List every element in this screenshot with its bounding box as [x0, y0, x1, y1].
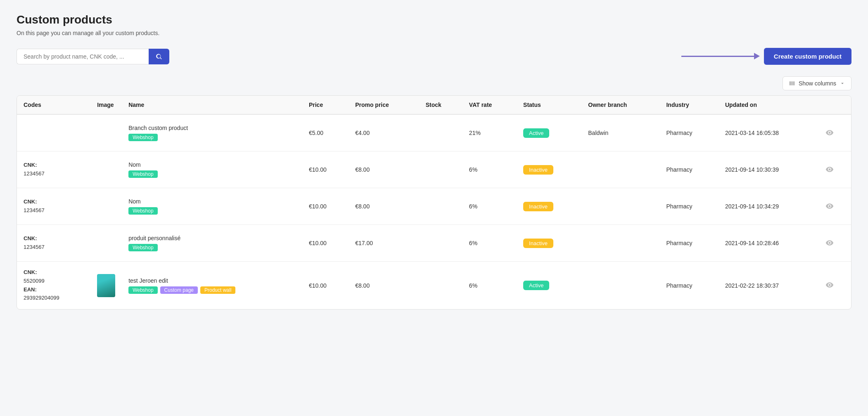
create-custom-product-button[interactable]: Create custom product [764, 48, 851, 65]
row3-owner-branch [581, 188, 659, 225]
row2-stock [419, 151, 462, 188]
col-header-status: Status [517, 96, 581, 114]
row4-status: Inactive [517, 225, 581, 262]
product-thumbnail [97, 274, 115, 297]
row2-image [90, 151, 122, 188]
chevron-down-icon [840, 80, 845, 86]
table-row: Branch custom product Webshop €5.00 €4.0… [17, 114, 851, 151]
col-header-owner-branch: Owner branch [581, 96, 659, 114]
show-columns-button[interactable]: Show columns [783, 76, 851, 90]
row3-action[interactable] [819, 188, 851, 225]
col-header-vat-rate: VAT rate [462, 96, 517, 114]
view-icon[interactable] [825, 241, 834, 248]
row1-status: Active [517, 114, 581, 151]
row4-price: €10.00 [302, 225, 349, 262]
row3-updated-on: 2021-09-14 10:34:29 [719, 188, 819, 225]
view-icon[interactable] [825, 284, 834, 290]
tag-webshop: Webshop [128, 244, 157, 251]
row2-product-name: Nom [128, 161, 296, 168]
row4-image [90, 225, 122, 262]
tag-webshop: Webshop [128, 207, 157, 215]
row1-promo-price: €4.00 [349, 114, 419, 151]
row2-tags: Webshop [128, 170, 296, 178]
tag-custom-page: Custom page [160, 286, 198, 294]
status-badge-inactive: Inactive [523, 165, 553, 175]
row3-industry: Pharmacy [659, 188, 719, 225]
row4-action[interactable] [819, 225, 851, 262]
status-badge-inactive: Inactive [523, 202, 553, 211]
right-toolbar: Create custom product [681, 48, 851, 65]
col-header-price: Price [302, 96, 349, 114]
col-header-promo-price: Promo price [349, 96, 419, 114]
row1-owner-branch: Baldwin [581, 114, 659, 151]
row4-codes: CNK:1234567 [17, 225, 90, 262]
row3-vat-rate: 6% [462, 188, 517, 225]
status-badge-inactive: Inactive [523, 239, 553, 248]
search-input[interactable] [17, 49, 149, 64]
status-badge-active: Active [523, 128, 549, 138]
tag-webshop: Webshop [128, 286, 157, 294]
col-header-industry: Industry [659, 96, 719, 114]
row3-codes: CNK:1234567 [17, 188, 90, 225]
view-icon[interactable] [825, 131, 834, 138]
row1-action[interactable] [819, 114, 851, 151]
page-subtitle: On this page you can manage all your cus… [17, 30, 851, 36]
table-row: CNK:1234567 Nom Webshop €10.00 €8.00 6% … [17, 188, 851, 225]
view-icon[interactable] [825, 205, 834, 211]
row1-image [90, 114, 122, 151]
row1-vat-rate: 21% [462, 114, 517, 151]
row4-stock [419, 225, 462, 262]
row5-tags: Webshop Custom page Product wall [128, 286, 296, 294]
col-header-actions [819, 96, 851, 114]
row3-image [90, 188, 122, 225]
row4-vat-rate: 6% [462, 225, 517, 262]
show-columns-bar: Show columns [17, 76, 851, 90]
view-icon[interactable] [825, 168, 834, 175]
row2-codes: CNK:1234567 [17, 151, 90, 188]
row2-status: Inactive [517, 151, 581, 188]
row5-price: €10.00 [302, 262, 349, 310]
row2-price: €10.00 [302, 151, 349, 188]
row5-name: test Jeroen edit Webshop Custom page Pro… [122, 262, 302, 310]
row1-product-name: Branch custom product [128, 125, 296, 131]
status-badge-active: Active [523, 281, 549, 290]
row4-promo-price: €17.00 [349, 225, 419, 262]
row3-product-name: Nom [128, 198, 296, 205]
row5-vat-rate: 6% [462, 262, 517, 310]
tag-webshop: Webshop [128, 134, 157, 141]
row1-price: €5.00 [302, 114, 349, 151]
row1-tags: Webshop [128, 134, 296, 141]
toolbar: Create custom product [17, 48, 851, 65]
row3-promo-price: €8.00 [349, 188, 419, 225]
row4-industry: Pharmacy [659, 225, 719, 262]
tag-product-wall: Product wall [200, 286, 235, 294]
row5-promo-price: €8.00 [349, 262, 419, 310]
col-header-updated-on: Updated on [719, 96, 819, 114]
search-icon [155, 53, 163, 60]
row4-owner-branch [581, 225, 659, 262]
search-group [17, 49, 169, 64]
table-header-row: Codes Image Name Price Promo price Stock… [17, 96, 851, 114]
columns-icon [789, 80, 795, 87]
row3-stock [419, 188, 462, 225]
row2-industry: Pharmacy [659, 151, 719, 188]
row2-vat-rate: 6% [462, 151, 517, 188]
row1-updated-on: 2021-03-14 16:05:38 [719, 114, 819, 151]
show-columns-label: Show columns [799, 80, 836, 87]
arrow-annotation [681, 56, 756, 57]
row3-status: Inactive [517, 188, 581, 225]
row2-promo-price: €8.00 [349, 151, 419, 188]
col-header-stock: Stock [419, 96, 462, 114]
products-table-wrapper: Codes Image Name Price Promo price Stock… [17, 95, 851, 310]
row3-tags: Webshop [128, 207, 296, 215]
row2-name: Nom Webshop [122, 151, 302, 188]
row5-image [90, 262, 122, 310]
row2-action[interactable] [819, 151, 851, 188]
row4-tags: Webshop [128, 244, 296, 251]
products-table: Codes Image Name Price Promo price Stock… [17, 96, 851, 309]
search-button[interactable] [149, 49, 169, 64]
row5-updated-on: 2021-02-22 18:30:37 [719, 262, 819, 310]
row5-product-name: test Jeroen edit [128, 277, 296, 284]
row5-action[interactable] [819, 262, 851, 310]
tag-webshop: Webshop [128, 170, 157, 178]
